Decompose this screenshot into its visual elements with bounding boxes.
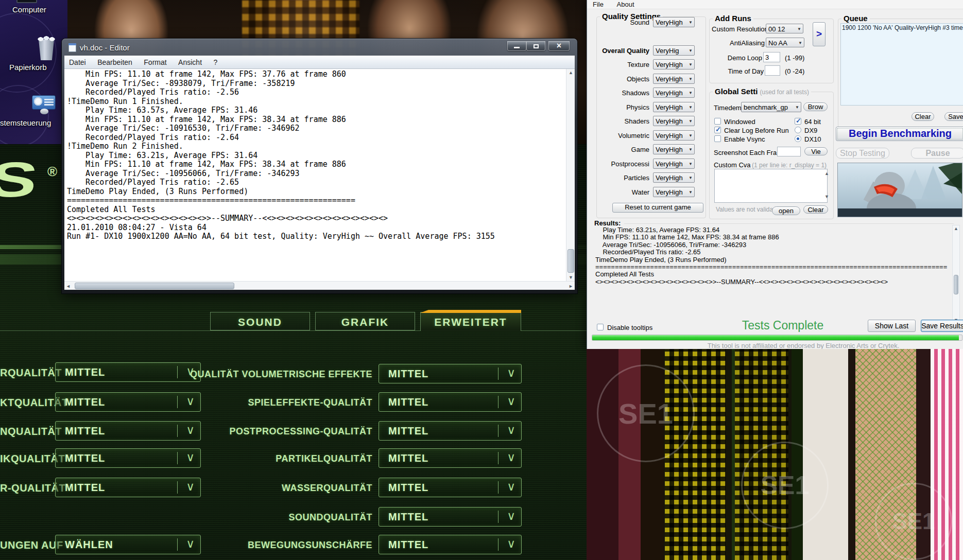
quality-dropdown[interactable]: VeryHigh ▼: [653, 144, 695, 154]
time-of-day-input[interactable]: [765, 65, 780, 76]
save-results-button[interactable]: Save Results: [921, 320, 963, 332]
quality-value: VeryHigh: [656, 117, 686, 125]
quality-dropdown[interactable]: VeryHigh ▼: [653, 87, 695, 98]
quality-dropdown[interactable]: VeryHigh ▼: [653, 17, 695, 27]
menu-item[interactable]: About: [611, 0, 640, 8]
64bit-checkbox[interactable]: [795, 118, 801, 125]
pause-button[interactable]: Pause: [911, 148, 963, 159]
minimize-button[interactable]: [507, 41, 526, 51]
quality-row: Objects VeryHigh ▼: [597, 74, 706, 84]
quality-dropdown[interactable]: VeryHigh ▼: [653, 130, 695, 141]
quality-row: Game VeryHigh ▼: [597, 144, 706, 154]
vertical-scrollbar[interactable]: ▲ ▼: [566, 69, 575, 281]
results-line: ========================================…: [595, 264, 951, 271]
scroll-left-icon[interactable]: ◄: [66, 284, 71, 289]
queue-clear-button[interactable]: Clear: [912, 112, 934, 121]
wallpaper-watermark: SE1: [741, 442, 829, 529]
scroll-down-icon[interactable]: ▼: [824, 194, 829, 199]
setting-dropdown[interactable]: MITTEL ∨: [379, 364, 522, 383]
computer-icon[interactable]: [16, 0, 37, 3]
setting-dropdown[interactable]: MITTEL ∨: [379, 421, 522, 441]
dx9-label: DX9: [804, 127, 817, 134]
recycle-bin-icon[interactable]: [36, 36, 57, 60]
results-log[interactable]: Play Time: 63.21s, Average FPS: 31.64 Mi…: [595, 226, 951, 286]
scrollbar-thumb[interactable]: [954, 275, 958, 294]
begin-benchmarking-button[interactable]: Begin Benchmarking: [836, 127, 963, 141]
reset-button[interactable]: Reset to current game: [612, 203, 703, 213]
setting-dropdown[interactable]: MITTEL ∨: [379, 535, 522, 554]
horizontal-scrollbar[interactable]: ◄ ►: [64, 281, 575, 290]
setting-value: MITTEL: [388, 539, 428, 551]
antialiasing-dropdown[interactable]: No AA ▼: [766, 38, 804, 47]
menu-item[interactable]: ?: [209, 56, 222, 69]
view-button[interactable]: Vie: [804, 147, 828, 155]
setting-dropdown[interactable]: MITTEL ∨: [379, 478, 522, 497]
clear-cvars-button[interactable]: Clear: [803, 205, 828, 214]
menu-item[interactable]: Datei: [64, 56, 91, 69]
dx9-radio[interactable]: [795, 127, 801, 133]
quality-dropdown[interactable]: VeryHigh ▼: [653, 74, 695, 84]
open-button[interactable]: open: [772, 206, 800, 215]
quality-dropdown[interactable]: VeryHigh ▼: [653, 172, 695, 183]
quality-dropdown[interactable]: VeryHigh ▼: [653, 159, 695, 169]
queue-list[interactable]: 1900 1200 'No AA' Quality-VeryHigh #3 ti…: [840, 23, 963, 106]
queue-save-button[interactable]: Save: [944, 112, 963, 121]
desktop-icon-computer[interactable]: Computer: [12, 5, 46, 14]
disable-tooltips-checkbox[interactable]: [597, 324, 604, 330]
quality-dropdown[interactable]: VeryHigh ▼: [653, 116, 695, 126]
timedemo-dropdown[interactable]: benchmark_gp ▼: [741, 102, 801, 112]
disclaimer-text: This tool is not affiliated or endorsed …: [649, 342, 958, 349]
desktop-icon-papierkorb[interactable]: Papierkorb: [9, 63, 47, 72]
quality-value: VeryHigh: [656, 188, 686, 196]
tab[interactable]: SOUND: [210, 312, 310, 330]
enqueue-run-button[interactable]: >: [813, 22, 826, 46]
scroll-up-icon[interactable]: ▲: [566, 70, 575, 75]
menu-item[interactable]: File: [587, 0, 609, 8]
minimize-icon: [514, 47, 520, 48]
control-panel-bars: [44, 98, 54, 106]
game-logo-s: S: [0, 151, 42, 208]
time-of-day-label: Time of Day: [720, 67, 764, 75]
queue-item[interactable]: 1900 1200 'No AA' Quality-VeryHigh #3 ti…: [841, 24, 963, 32]
setting-row: BEWEGUNGSUNSCHÄRFE MITTEL ∨: [0, 535, 587, 555]
scrollbar-thumb[interactable]: [568, 249, 574, 273]
quality-dropdown[interactable]: VeryHigh ▼: [653, 102, 695, 112]
editor-window: vh.doc - Editor × Datei Bearbeiten Forma…: [62, 39, 577, 293]
tab[interactable]: GRAFIK: [315, 312, 415, 330]
scrollbar-thumb[interactable]: [75, 283, 234, 289]
scroll-right-icon[interactable]: ►: [569, 284, 573, 289]
scroll-down-icon[interactable]: ▼: [566, 275, 575, 280]
stop-testing-button[interactable]: Stop Testing: [836, 148, 889, 159]
quality-dropdown[interactable]: VeryHigh ▼: [653, 59, 695, 69]
setting-dropdown[interactable]: MITTEL ∨: [379, 507, 522, 527]
clear-log-checkbox[interactable]: [714, 127, 721, 133]
cvars-textarea[interactable]: [714, 169, 828, 203]
vsync-checkbox[interactable]: [714, 135, 721, 142]
desktop-icon-systemsteuerung[interactable]: stemsteuerung: [0, 118, 51, 127]
screenshot-input[interactable]: [777, 147, 801, 156]
control-panel-gauge: [34, 97, 42, 106]
quality-dropdown[interactable]: VeryHig ▼: [653, 45, 695, 56]
maximize-button[interactable]: [526, 41, 545, 51]
setting-label: PARTIKELQUALITÄT: [170, 453, 372, 464]
setting-dropdown[interactable]: MITTEL ∨: [379, 392, 522, 412]
resolution-dropdown[interactable]: 00 12 ▼: [766, 24, 803, 33]
windowed-checkbox[interactable]: [714, 118, 721, 125]
quality-dropdown[interactable]: VeryHigh ▼: [653, 187, 695, 197]
chevron-down-icon: ∨: [507, 394, 515, 408]
setting-dropdown[interactable]: MITTEL ∨: [379, 448, 522, 468]
demo-loops-input[interactable]: 3: [763, 52, 780, 62]
editor-text-area[interactable]: Min FPS: 11.10 at frame 142, Max FPS: 37…: [64, 69, 566, 281]
scroll-up-icon[interactable]: ▲: [953, 226, 959, 231]
close-button[interactable]: ×: [548, 41, 570, 51]
results-scrollbar[interactable]: ▲ ▼: [952, 225, 960, 324]
scroll-up-icon[interactable]: ▲: [824, 171, 829, 176]
menu-item[interactable]: Format: [139, 56, 171, 69]
dx10-radio[interactable]: [795, 135, 801, 142]
tab[interactable]: ERWEITERT: [420, 312, 521, 331]
browse-button[interactable]: Brow: [803, 102, 828, 111]
menu-item[interactable]: Ansicht: [174, 56, 207, 69]
show-last-button[interactable]: Show Last: [868, 320, 916, 332]
control-panel-icon[interactable]: [32, 95, 58, 115]
menu-item[interactable]: Bearbeiten: [93, 56, 137, 69]
